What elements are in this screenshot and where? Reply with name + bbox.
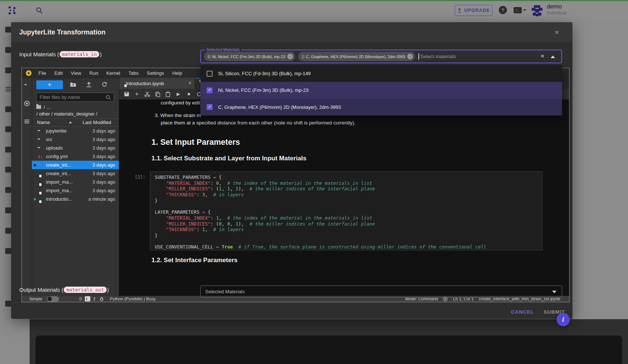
new-folder-icon[interactable]	[70, 81, 76, 88]
output-materials-select[interactable]: Selected Materials	[200, 285, 562, 298]
code-cell[interactable]: SUBSTRATE_PARAMETERS = { "MATERIAL_INDEX…	[150, 171, 542, 250]
avatar[interactable]	[530, 4, 544, 17]
simple-mode-toggle[interactable]	[47, 296, 59, 302]
sidebar-icon	[5, 228, 11, 234]
sidebar-icon	[5, 248, 11, 254]
terminal-icon[interactable]: >_	[514, 7, 522, 13]
stop-icon[interactable]: ■	[186, 91, 191, 97]
close-tab-icon[interactable]: ×	[188, 80, 191, 86]
menu-item-help[interactable]: Help	[168, 70, 186, 76]
run-icon[interactable]: ▶	[176, 91, 181, 97]
kernels-count[interactable]: 2	[93, 297, 96, 301]
tab-introduction[interactable]: Introduction.ipynb ×	[119, 78, 195, 89]
file-row[interactable]: import_ma...3 days ago	[32, 186, 119, 195]
table-of-contents-icon[interactable]	[24, 119, 30, 124]
file-modified: 3 days ago	[74, 154, 115, 159]
file-name: import_ma...	[46, 179, 73, 185]
terminals-count[interactable]: 0	[79, 297, 81, 301]
chevron-down-icon[interactable]	[523, 9, 526, 11]
section-heading-1: 1. Set Input Parameters	[151, 138, 240, 147]
info-button[interactable]	[557, 313, 570, 326]
checkbox-checked-icon[interactable]	[207, 87, 213, 93]
code-line: "MILLER_INDICES": (0, 0, 1), # the mille…	[155, 221, 542, 227]
dialog-header: JupyterLite Transformation ×	[11, 22, 572, 43]
file-row[interactable]: Y:config.yml3 days ago	[32, 152, 119, 161]
sidebar-icon	[5, 86, 11, 92]
background-panel-inner	[36, 335, 622, 364]
upgrade-button[interactable]: UPGRADE	[455, 5, 492, 16]
upload-icon[interactable]	[86, 81, 92, 88]
refresh-icon[interactable]	[101, 81, 108, 88]
material-chip[interactable]: 1: C, Graphene, HEX (P6/mmm) 2D (Monolay…	[298, 52, 415, 61]
filter-input[interactable]: Filter files by name	[36, 93, 114, 102]
save-icon[interactable]	[124, 91, 129, 97]
sort-ascending-icon	[69, 121, 72, 123]
menu-item-tabs[interactable]: Tabs	[124, 70, 143, 76]
dropdown-option[interactable]: Si, Silicon, FCC (Fd-3m) 3D (Bulk), mp-1…	[200, 65, 562, 82]
debugger-icon[interactable]	[99, 297, 104, 301]
chevron-up-icon[interactable]	[551, 56, 555, 58]
user-plan: Individual	[547, 11, 567, 16]
breadcrumb-path[interactable]: / other / materials_designer /	[36, 111, 97, 117]
chip-remove-icon[interactable]: ×	[287, 54, 293, 59]
running-sessions-icon[interactable]	[24, 101, 30, 106]
material-chip[interactable]: 0: Ni, Nickel, FCC (Fm-3m) 3D (Bulk), mp…	[204, 52, 295, 61]
code-line	[155, 238, 542, 244]
menu-item-file[interactable]: File	[34, 70, 50, 76]
code-line: LAYER_PARAMETERS = {	[155, 209, 542, 215]
menu-item-view[interactable]: View	[67, 70, 85, 76]
help-icon[interactable]: ?	[499, 6, 507, 14]
kernel-status-dot	[34, 198, 36, 200]
cut-icon[interactable]	[144, 91, 150, 97]
chip-remove-icon[interactable]: ×	[407, 54, 413, 59]
file-row[interactable]: src3 days ago	[32, 135, 119, 144]
file-row[interactable]: import_ma...3 days ago	[32, 178, 119, 186]
menu-item-run[interactable]: Run	[85, 70, 102, 76]
file-row-selected[interactable]: create_int...3 days ago	[32, 161, 119, 169]
code-line: "MILLER_INDICES": (1, 1, 1), # the mille…	[155, 186, 542, 192]
file-row[interactable]: uploads3 days ago	[32, 144, 119, 152]
new-launcher-button[interactable]: +	[36, 80, 63, 89]
materials-select-field[interactable]: Selected Materials 0: Ni, Nickel, FCC (F…	[200, 50, 562, 63]
menu-item-kernel[interactable]: Kernel	[102, 70, 124, 76]
upload-arrow-icon	[457, 8, 461, 13]
close-icon[interactable]: ×	[555, 28, 559, 37]
file-modified: 3 days ago	[74, 146, 115, 151]
file-name: Introductio...	[46, 196, 73, 202]
sidebar-icon	[5, 47, 11, 53]
paste-icon[interactable]	[165, 91, 171, 97]
user-name[interactable]: demo	[547, 3, 567, 10]
checkbox-checked-icon[interactable]	[207, 104, 213, 110]
file-modified: 3 days ago	[74, 171, 115, 176]
breadcrumb[interactable]: / ...	[36, 104, 50, 110]
dialog-title: JupyterLite Transformation	[19, 22, 106, 43]
menu-item-edit[interactable]: Edit	[50, 70, 67, 76]
clear-icon[interactable]: ×	[541, 53, 544, 60]
cancel-button[interactable]: CANCEL	[507, 306, 538, 318]
copy-icon[interactable]	[155, 91, 160, 97]
text-cursor	[418, 53, 419, 60]
search-icon[interactable]	[36, 7, 43, 14]
column-header-modified[interactable]: Last Modified	[83, 120, 111, 125]
filter-placeholder: Filter files by name	[40, 94, 80, 100]
notebook-content[interactable]: configured by edit 3. When the strain m …	[119, 99, 569, 296]
option-label: Si, Silicon, FCC (Fd-3m) 3D (Bulk), mp-1…	[218, 71, 311, 76]
markdown-text: 3. When the strain m	[155, 113, 201, 118]
column-header-name[interactable]: Name	[37, 120, 50, 125]
section-heading-1-1: 1.1. Select Substrate and Layer from Inp…	[151, 155, 307, 162]
file-row[interactable]: jupyterlite3 days ago	[32, 127, 119, 135]
file-modified: 3 days ago	[74, 163, 115, 168]
code-line	[155, 204, 542, 210]
code-line: "THICKNESS": 3, # in layers	[155, 192, 542, 198]
kernel-status[interactable]: Python (Pyodide) | Busy	[110, 297, 156, 301]
dropdown-option[interactable]: Ni, Nickel, FCC (Fm-3m) 3D (Bulk), mp-23	[200, 82, 562, 98]
file-row[interactable]: Introductio...a minute ago	[32, 195, 119, 203]
file-row[interactable]: create_int...3 days ago	[32, 169, 119, 178]
terminal-badge-icon: $_	[85, 296, 90, 301]
menu-item-settings[interactable]: Settings	[143, 70, 168, 76]
file-modified: a minute ago	[74, 197, 115, 202]
checkbox-unchecked-icon[interactable]	[207, 71, 213, 77]
cell-prompt: [2]:	[135, 174, 146, 180]
add-cell-icon[interactable]: +	[134, 91, 140, 97]
dropdown-option[interactable]: C, Graphene, HEX (P6/mmm) 2D (Monolayer)…	[200, 99, 562, 116]
